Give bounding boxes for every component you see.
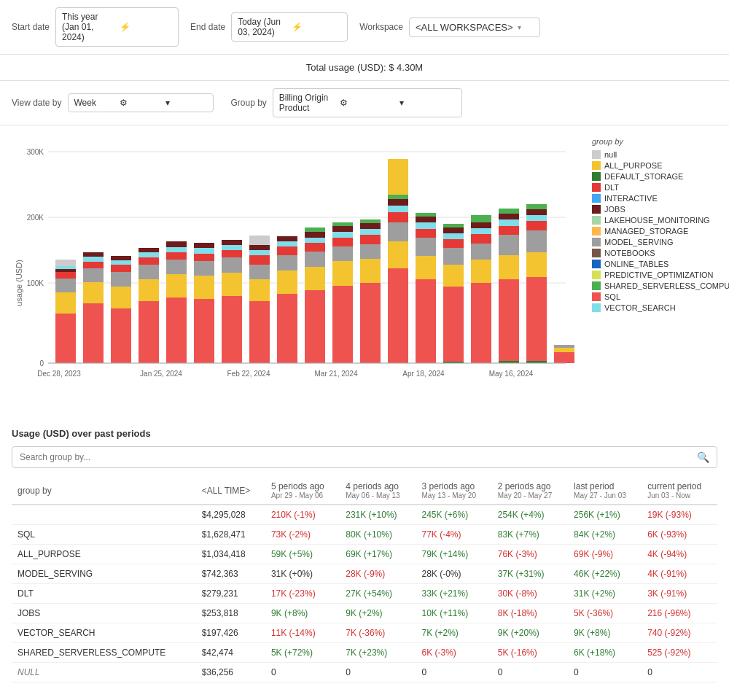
legend-item: JOBS (592, 205, 729, 214)
bar-dlt-17 (499, 226, 519, 235)
bar-jobs-8 (249, 245, 270, 250)
table-row: VECTOR_SEARCH$197,42611K (-14%)7K (-36%)… (12, 623, 717, 643)
bar-allpurpose-6 (194, 276, 214, 299)
legend-color-swatch (592, 161, 601, 170)
cell-p1: 5K (-36%) (568, 604, 642, 623)
bar-modelserving-4 (139, 265, 159, 279)
svg-text:Apr 18, 2024: Apr 18, 2024 (402, 370, 445, 378)
workspace-label: Workspace (359, 22, 403, 32)
bar-allpurpose-5 (166, 274, 187, 298)
group-by-group: Group by Billing Origin Product ⚙ ▾ (231, 88, 462, 117)
table-row: $4,295,028210K (-1%)231K (+10%)245K (+6%… (12, 505, 717, 525)
cell-p1: 69K (-9%) (568, 545, 642, 564)
legend-color-swatch (592, 238, 601, 246)
svg-text:200K: 200K (27, 214, 44, 222)
legend-color-swatch (592, 227, 601, 236)
bar-shared-14 (416, 213, 436, 217)
search-bar[interactable]: 🔍 (12, 446, 717, 468)
bar-shared-11 (332, 222, 353, 226)
chart-main: usage (USD) 300K 200K 100K 0 (12, 137, 580, 416)
start-date-input[interactable]: This year (Jan 01, 2024) ⚡ (55, 7, 179, 47)
svg-text:Mar 21, 2024: Mar 21, 2024 (315, 370, 358, 378)
bar-allpurpose-13b (388, 159, 408, 195)
cell-all-time: $42,474 (196, 643, 265, 663)
workspace-select[interactable]: <ALL WORKSPACES> ▾ (409, 18, 540, 37)
group-by-value: Billing Origin Product (279, 93, 335, 113)
col-p4: 4 periods agoMay 06 - May 13 (340, 477, 416, 505)
svg-text:0: 0 (39, 359, 44, 368)
bar-sql-5 (166, 298, 187, 363)
bar-vector-4 (139, 252, 159, 257)
cell-p1: 9K (+8%) (568, 623, 642, 643)
col-p0: current periodJun 03 - Now (642, 477, 717, 505)
bar-modelserving-1 (55, 279, 76, 292)
bar-dlt-10 (305, 243, 325, 252)
group-by-select[interactable]: Billing Origin Product ⚙ ▾ (273, 88, 462, 117)
workspace-group: Workspace <ALL WORKSPACES> ▾ (359, 18, 540, 37)
table-row: DLT$279,23117K (-23%)27K (+54%)33K (+21%… (12, 584, 717, 604)
bar-vector-12 (360, 229, 381, 235)
view-date-select[interactable]: Week ⚙ ▾ (68, 93, 214, 112)
bar-dlt-7 (222, 250, 242, 257)
cell-p4: 27K (+54%) (340, 584, 416, 604)
end-date-label: End date (190, 22, 225, 32)
end-date-input[interactable]: Today (Jun 03, 2024) ⚡ (231, 12, 348, 42)
bar-vector-7 (222, 245, 242, 250)
cell-p2: 30K (-8%) (492, 584, 568, 604)
bar-sql-3 (111, 308, 131, 363)
bar-sql-10 (305, 290, 325, 363)
cell-p3: 7K (+2%) (416, 623, 491, 643)
bar-allpurpose-4 (139, 279, 159, 301)
cell-p5: 210K (-1%) (265, 505, 340, 525)
bar-jobs-16 (471, 222, 491, 228)
bar-dlt-1 (55, 272, 76, 279)
bar-allpurpose-2 (83, 282, 104, 303)
search-input[interactable] (20, 452, 697, 462)
bar-shared-17 (499, 209, 519, 214)
cell-name: MODEL_SERVING (12, 564, 196, 584)
end-date-value: Today (Jun 03, 2024) (238, 17, 287, 37)
bar-sql-6 (194, 299, 214, 363)
view-date-group: View date by Week ⚙ ▾ (12, 93, 214, 112)
legend-color-swatch (592, 183, 601, 192)
bar-modelserving-16 (471, 244, 491, 260)
bar-sql-17 (499, 279, 519, 363)
cell-p0: 0 (642, 663, 717, 682)
legend-color-swatch (592, 303, 601, 312)
bar-vector-17 (499, 219, 519, 226)
chart-legend: group by nullALL_PURPOSEDEFAULT_STORAGED… (592, 137, 729, 416)
cell-p4: 69K (+17%) (340, 545, 416, 564)
bar-sql-16 (471, 283, 491, 363)
bar-jobs-12 (360, 223, 381, 229)
bar-vector-6 (194, 248, 214, 254)
table-row: NULL$36,256000000 (12, 663, 717, 682)
cell-all-time: $36,256 (196, 663, 265, 682)
bar-vector-3 (111, 260, 131, 265)
svg-text:Feb 22, 2024: Feb 22, 2024 (227, 370, 270, 378)
legend-item: LAKEHOUSE_MONITORING (592, 216, 729, 225)
legend-item-label: LAKEHOUSE_MONITORING (604, 216, 710, 225)
table-row: SHARED_SERVERLESS_COMPUTE$42,4745K (+72%… (12, 643, 717, 663)
bar-null-1 (55, 260, 76, 266)
start-date-group: Start date This year (Jan 01, 2024) ⚡ (12, 7, 179, 47)
bar-jobs-13 (388, 199, 408, 206)
bar-jobs-2 (83, 252, 104, 257)
cell-p3: 79K (+14%) (416, 545, 491, 564)
bar-jobs-6 (194, 243, 214, 248)
bar-modelserving-19 (554, 345, 574, 348)
svg-text:Jan 25, 2024: Jan 25, 2024 (140, 370, 182, 378)
cell-p3: 245K (+6%) (416, 505, 491, 525)
bar-sql-12 (360, 283, 381, 363)
cell-p2: 9K (+20%) (492, 623, 568, 643)
table-row: ALL_PURPOSE$1,034,41859K (+5%)69K (+17%)… (12, 545, 717, 564)
bar-modelserving-6 (194, 261, 214, 276)
cell-p1: 6K (+18%) (568, 643, 642, 663)
bar-dlt-13 (388, 212, 408, 222)
bar-dlt-16 (471, 234, 491, 244)
bar-allpurpose-11 (332, 261, 353, 286)
legend-item-label: SHARED_SERVERLESS_COMPUTE (604, 281, 729, 290)
bar-jobs-18 (526, 209, 547, 215)
bar-modelserving-18 (526, 230, 547, 252)
bar-dlt-8 (249, 255, 270, 265)
cell-p0: 19K (-93%) (642, 505, 717, 525)
